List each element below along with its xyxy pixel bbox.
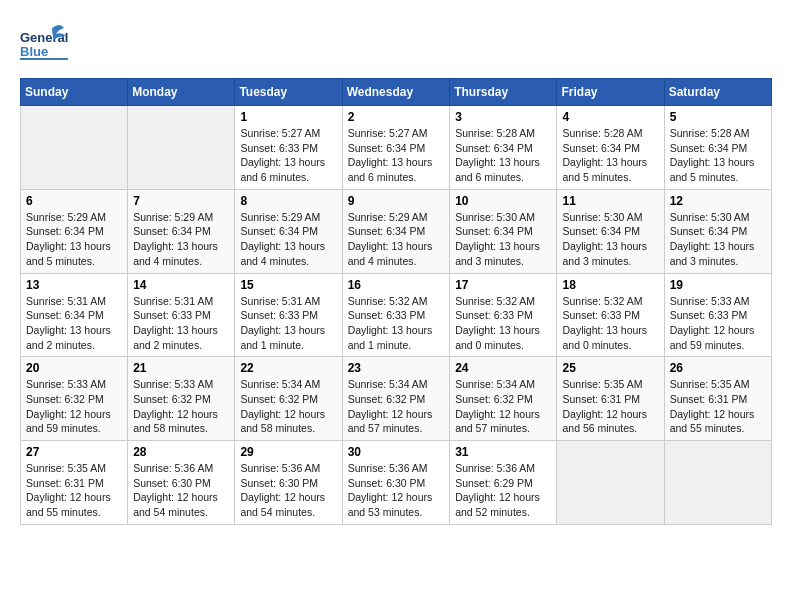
calendar-cell: 2Sunrise: 5:27 AM Sunset: 6:34 PM Daylig… bbox=[342, 106, 450, 190]
day-info: Sunrise: 5:29 AM Sunset: 6:34 PM Dayligh… bbox=[240, 210, 336, 269]
day-info: Sunrise: 5:34 AM Sunset: 6:32 PM Dayligh… bbox=[348, 377, 445, 436]
day-number: 20 bbox=[26, 361, 122, 375]
weekday-header-monday: Monday bbox=[128, 79, 235, 106]
day-number: 17 bbox=[455, 278, 551, 292]
day-number: 21 bbox=[133, 361, 229, 375]
calendar-cell: 14Sunrise: 5:31 AM Sunset: 6:33 PM Dayli… bbox=[128, 273, 235, 357]
weekday-header-wednesday: Wednesday bbox=[342, 79, 450, 106]
calendar-cell: 6Sunrise: 5:29 AM Sunset: 6:34 PM Daylig… bbox=[21, 189, 128, 273]
calendar-week-5: 27Sunrise: 5:35 AM Sunset: 6:31 PM Dayli… bbox=[21, 441, 772, 525]
day-number: 4 bbox=[562, 110, 658, 124]
calendar-cell: 4Sunrise: 5:28 AM Sunset: 6:34 PM Daylig… bbox=[557, 106, 664, 190]
calendar-cell: 18Sunrise: 5:32 AM Sunset: 6:33 PM Dayli… bbox=[557, 273, 664, 357]
weekday-header-sunday: Sunday bbox=[21, 79, 128, 106]
day-info: Sunrise: 5:36 AM Sunset: 6:29 PM Dayligh… bbox=[455, 461, 551, 520]
weekday-header-row: SundayMondayTuesdayWednesdayThursdayFrid… bbox=[21, 79, 772, 106]
calendar-cell: 8Sunrise: 5:29 AM Sunset: 6:34 PM Daylig… bbox=[235, 189, 342, 273]
day-info: Sunrise: 5:29 AM Sunset: 6:34 PM Dayligh… bbox=[26, 210, 122, 269]
calendar-cell: 20Sunrise: 5:33 AM Sunset: 6:32 PM Dayli… bbox=[21, 357, 128, 441]
logo-icon: General Blue bbox=[20, 20, 68, 68]
calendar-cell: 30Sunrise: 5:36 AM Sunset: 6:30 PM Dayli… bbox=[342, 441, 450, 525]
day-number: 14 bbox=[133, 278, 229, 292]
day-info: Sunrise: 5:28 AM Sunset: 6:34 PM Dayligh… bbox=[562, 126, 658, 185]
day-number: 27 bbox=[26, 445, 122, 459]
day-info: Sunrise: 5:35 AM Sunset: 6:31 PM Dayligh… bbox=[26, 461, 122, 520]
day-info: Sunrise: 5:34 AM Sunset: 6:32 PM Dayligh… bbox=[455, 377, 551, 436]
day-number: 10 bbox=[455, 194, 551, 208]
calendar-cell: 9Sunrise: 5:29 AM Sunset: 6:34 PM Daylig… bbox=[342, 189, 450, 273]
calendar-cell: 17Sunrise: 5:32 AM Sunset: 6:33 PM Dayli… bbox=[450, 273, 557, 357]
logo: General Blue bbox=[20, 20, 68, 68]
day-info: Sunrise: 5:31 AM Sunset: 6:34 PM Dayligh… bbox=[26, 294, 122, 353]
day-info: Sunrise: 5:28 AM Sunset: 6:34 PM Dayligh… bbox=[455, 126, 551, 185]
day-number: 26 bbox=[670, 361, 766, 375]
day-number: 22 bbox=[240, 361, 336, 375]
calendar-cell: 12Sunrise: 5:30 AM Sunset: 6:34 PM Dayli… bbox=[664, 189, 771, 273]
day-number: 8 bbox=[240, 194, 336, 208]
calendar-cell: 1Sunrise: 5:27 AM Sunset: 6:33 PM Daylig… bbox=[235, 106, 342, 190]
day-info: Sunrise: 5:29 AM Sunset: 6:34 PM Dayligh… bbox=[348, 210, 445, 269]
day-info: Sunrise: 5:30 AM Sunset: 6:34 PM Dayligh… bbox=[562, 210, 658, 269]
weekday-header-friday: Friday bbox=[557, 79, 664, 106]
day-info: Sunrise: 5:33 AM Sunset: 6:32 PM Dayligh… bbox=[133, 377, 229, 436]
day-number: 2 bbox=[348, 110, 445, 124]
weekday-header-saturday: Saturday bbox=[664, 79, 771, 106]
day-number: 29 bbox=[240, 445, 336, 459]
calendar-cell bbox=[21, 106, 128, 190]
day-number: 9 bbox=[348, 194, 445, 208]
calendar-cell: 22Sunrise: 5:34 AM Sunset: 6:32 PM Dayli… bbox=[235, 357, 342, 441]
calendar-cell: 16Sunrise: 5:32 AM Sunset: 6:33 PM Dayli… bbox=[342, 273, 450, 357]
calendar-cell: 19Sunrise: 5:33 AM Sunset: 6:33 PM Dayli… bbox=[664, 273, 771, 357]
day-number: 30 bbox=[348, 445, 445, 459]
day-number: 23 bbox=[348, 361, 445, 375]
day-info: Sunrise: 5:30 AM Sunset: 6:34 PM Dayligh… bbox=[455, 210, 551, 269]
day-info: Sunrise: 5:36 AM Sunset: 6:30 PM Dayligh… bbox=[348, 461, 445, 520]
calendar-cell: 28Sunrise: 5:36 AM Sunset: 6:30 PM Dayli… bbox=[128, 441, 235, 525]
calendar-table: SundayMondayTuesdayWednesdayThursdayFrid… bbox=[20, 78, 772, 525]
day-number: 7 bbox=[133, 194, 229, 208]
day-number: 25 bbox=[562, 361, 658, 375]
day-number: 13 bbox=[26, 278, 122, 292]
day-info: Sunrise: 5:32 AM Sunset: 6:33 PM Dayligh… bbox=[562, 294, 658, 353]
calendar-cell: 3Sunrise: 5:28 AM Sunset: 6:34 PM Daylig… bbox=[450, 106, 557, 190]
calendar-cell: 7Sunrise: 5:29 AM Sunset: 6:34 PM Daylig… bbox=[128, 189, 235, 273]
calendar-week-1: 1Sunrise: 5:27 AM Sunset: 6:33 PM Daylig… bbox=[21, 106, 772, 190]
day-info: Sunrise: 5:29 AM Sunset: 6:34 PM Dayligh… bbox=[133, 210, 229, 269]
day-number: 6 bbox=[26, 194, 122, 208]
calendar-cell: 25Sunrise: 5:35 AM Sunset: 6:31 PM Dayli… bbox=[557, 357, 664, 441]
calendar-cell: 23Sunrise: 5:34 AM Sunset: 6:32 PM Dayli… bbox=[342, 357, 450, 441]
day-info: Sunrise: 5:27 AM Sunset: 6:34 PM Dayligh… bbox=[348, 126, 445, 185]
day-number: 16 bbox=[348, 278, 445, 292]
calendar-week-2: 6Sunrise: 5:29 AM Sunset: 6:34 PM Daylig… bbox=[21, 189, 772, 273]
calendar-cell: 21Sunrise: 5:33 AM Sunset: 6:32 PM Dayli… bbox=[128, 357, 235, 441]
day-number: 3 bbox=[455, 110, 551, 124]
calendar-cell: 26Sunrise: 5:35 AM Sunset: 6:31 PM Dayli… bbox=[664, 357, 771, 441]
calendar-cell: 24Sunrise: 5:34 AM Sunset: 6:32 PM Dayli… bbox=[450, 357, 557, 441]
day-info: Sunrise: 5:30 AM Sunset: 6:34 PM Dayligh… bbox=[670, 210, 766, 269]
calendar-week-3: 13Sunrise: 5:31 AM Sunset: 6:34 PM Dayli… bbox=[21, 273, 772, 357]
day-info: Sunrise: 5:36 AM Sunset: 6:30 PM Dayligh… bbox=[133, 461, 229, 520]
day-number: 11 bbox=[562, 194, 658, 208]
day-number: 12 bbox=[670, 194, 766, 208]
day-info: Sunrise: 5:27 AM Sunset: 6:33 PM Dayligh… bbox=[240, 126, 336, 185]
calendar-cell: 11Sunrise: 5:30 AM Sunset: 6:34 PM Dayli… bbox=[557, 189, 664, 273]
day-number: 5 bbox=[670, 110, 766, 124]
day-number: 19 bbox=[670, 278, 766, 292]
calendar-cell: 10Sunrise: 5:30 AM Sunset: 6:34 PM Dayli… bbox=[450, 189, 557, 273]
day-number: 31 bbox=[455, 445, 551, 459]
day-info: Sunrise: 5:31 AM Sunset: 6:33 PM Dayligh… bbox=[240, 294, 336, 353]
calendar-cell: 13Sunrise: 5:31 AM Sunset: 6:34 PM Dayli… bbox=[21, 273, 128, 357]
calendar-cell: 31Sunrise: 5:36 AM Sunset: 6:29 PM Dayli… bbox=[450, 441, 557, 525]
day-number: 15 bbox=[240, 278, 336, 292]
calendar-cell: 27Sunrise: 5:35 AM Sunset: 6:31 PM Dayli… bbox=[21, 441, 128, 525]
calendar-cell: 29Sunrise: 5:36 AM Sunset: 6:30 PM Dayli… bbox=[235, 441, 342, 525]
day-info: Sunrise: 5:34 AM Sunset: 6:32 PM Dayligh… bbox=[240, 377, 336, 436]
day-info: Sunrise: 5:28 AM Sunset: 6:34 PM Dayligh… bbox=[670, 126, 766, 185]
day-number: 18 bbox=[562, 278, 658, 292]
svg-text:General: General bbox=[20, 30, 68, 45]
calendar-cell bbox=[128, 106, 235, 190]
calendar-cell bbox=[557, 441, 664, 525]
day-info: Sunrise: 5:32 AM Sunset: 6:33 PM Dayligh… bbox=[348, 294, 445, 353]
weekday-header-tuesday: Tuesday bbox=[235, 79, 342, 106]
day-info: Sunrise: 5:35 AM Sunset: 6:31 PM Dayligh… bbox=[562, 377, 658, 436]
